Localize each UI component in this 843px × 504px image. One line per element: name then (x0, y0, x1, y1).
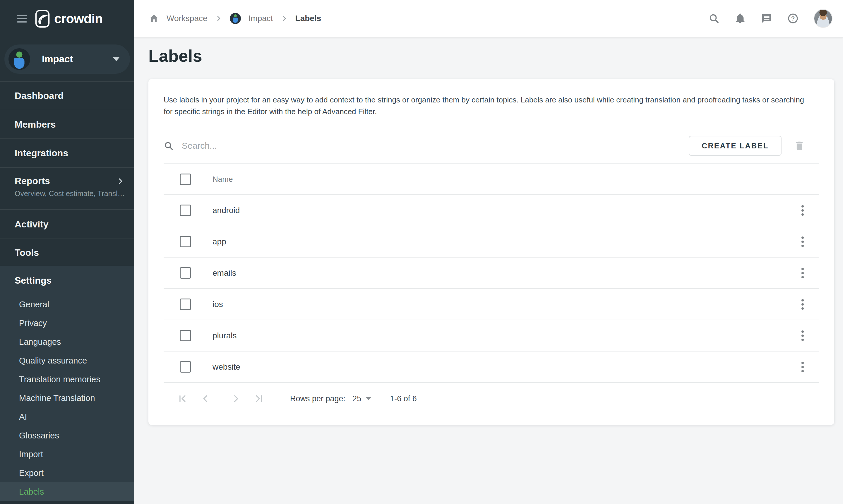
row-checkbox[interactable] (180, 330, 191, 341)
row-menu-icon[interactable] (800, 298, 806, 311)
rows-per-page-value: 25 (353, 394, 361, 403)
row-checkbox[interactable] (180, 267, 191, 278)
label-name: ios (213, 300, 800, 309)
sidebar-item-import[interactable]: Import (0, 445, 134, 464)
pagination: Rows per page: 25 1-6 of 6 (164, 383, 819, 414)
row-checkbox[interactable] (180, 361, 191, 373)
row-checkbox[interactable] (180, 204, 191, 216)
sidebar-item-general[interactable]: General (0, 295, 134, 314)
messages-chat-icon[interactable] (761, 13, 772, 24)
sidebar-item-reports[interactable]: Reports Overview, Cost estimate, Transl… (0, 168, 134, 210)
table-row: android (164, 195, 819, 226)
notifications-bell-icon[interactable] (735, 13, 746, 24)
home-icon[interactable] (149, 14, 159, 23)
labels-description: Use labels in your project for an easy w… (164, 79, 808, 118)
crowdin-logo-text: crowdin (54, 11, 103, 26)
labels-card: Use labels in your project for an easy w… (148, 79, 834, 425)
project-selector[interactable]: Impact (4, 44, 130, 74)
row-checkbox[interactable] (180, 236, 191, 247)
pagination-range: 1-6 of 6 (390, 394, 417, 403)
last-page-icon[interactable] (254, 394, 264, 403)
breadcrumb: Workspace Impact Labels (149, 13, 321, 24)
row-menu-icon[interactable] (800, 235, 806, 249)
breadcrumb-project[interactable]: Impact (249, 14, 273, 23)
sidebar-item-activity[interactable]: Activity (0, 210, 134, 239)
search-icon (164, 141, 174, 151)
sidebar-item-labels[interactable]: Labels (0, 482, 134, 501)
chevron-right-icon (281, 15, 288, 22)
sidebar-settings-section: Settings General Privacy Languages Quali… (0, 266, 134, 501)
sidebar-item-settings[interactable]: Settings (0, 266, 134, 295)
table-row: app (164, 226, 819, 257)
sidebar-item-glossaries[interactable]: Glossaries (0, 426, 134, 445)
rows-per-page-select[interactable]: 25 (353, 394, 371, 403)
sidebar-item-quality-assurance[interactable]: Quality assurance (0, 351, 134, 370)
search-field (164, 141, 689, 151)
sidebar-item-dashboard[interactable]: Dashboard (0, 82, 134, 110)
first-page-icon[interactable] (177, 394, 187, 403)
row-menu-icon[interactable] (800, 329, 806, 343)
search-input[interactable] (181, 141, 446, 151)
label-name: emails (213, 268, 800, 278)
next-page-icon[interactable] (231, 394, 241, 403)
select-all-checkbox[interactable] (180, 174, 191, 185)
project-name: Impact (42, 54, 113, 65)
chevron-down-icon (113, 57, 120, 61)
sidebar-item-integrations[interactable]: Integrations (0, 139, 134, 168)
table-row: ios (164, 289, 819, 320)
labels-toolbar: CREATE LABEL (164, 136, 819, 156)
sidebar-item-translation-memories[interactable]: Translation memories (0, 370, 134, 389)
sidebar: crowdin Impact Dashboard Members Integra… (0, 0, 134, 504)
project-avatar-icon (8, 48, 30, 70)
sidebar-item-export[interactable]: Export (0, 464, 134, 482)
label-name: app (213, 237, 800, 247)
user-avatar[interactable] (814, 9, 832, 28)
row-menu-icon[interactable] (800, 203, 806, 217)
label-name: android (213, 206, 800, 215)
breadcrumb-project-icon (230, 13, 241, 24)
topbar: Workspace Impact Labels (134, 0, 843, 37)
label-name: website (213, 362, 800, 372)
delete-trash-icon[interactable] (794, 140, 805, 151)
breadcrumb-workspace[interactable]: Workspace (166, 14, 208, 23)
sidebar-nav: Dashboard Members Integrations Reports O… (0, 81, 134, 266)
sidebar-item-members[interactable]: Members (0, 110, 134, 139)
chevron-right-icon (116, 177, 124, 185)
table-header: Name (164, 163, 819, 195)
table-row: plurals (164, 320, 819, 352)
table-row: emails (164, 257, 819, 289)
main-content: Labels Use labels in your project for an… (134, 37, 843, 504)
breadcrumb-page: Labels (295, 14, 321, 23)
sidebar-item-ai[interactable]: AI (0, 408, 134, 426)
crowdin-logo-icon (35, 10, 50, 28)
search-icon[interactable] (709, 13, 719, 24)
previous-page-icon[interactable] (200, 394, 211, 403)
sidebar-item-privacy[interactable]: Privacy (0, 314, 134, 332)
name-column-header: Name (213, 175, 233, 184)
row-checkbox[interactable] (180, 299, 191, 310)
reports-subtitle: Overview, Cost estimate, Transl… (15, 190, 126, 198)
menu-icon[interactable] (17, 15, 27, 22)
create-label-button[interactable]: CREATE LABEL (689, 136, 782, 156)
crowdin-logo[interactable]: crowdin (35, 10, 103, 28)
chevron-right-icon (215, 15, 222, 22)
rows-per-page-label: Rows per page: (290, 394, 345, 403)
help-icon[interactable]: ? (787, 13, 799, 24)
sidebar-item-machine-translation[interactable]: Machine Translation (0, 389, 134, 408)
sidebar-item-languages[interactable]: Languages (0, 332, 134, 351)
svg-text:?: ? (791, 15, 795, 22)
table-row: website (164, 352, 819, 383)
labels-table: Name android app emails (164, 163, 819, 414)
page-title: Labels (148, 46, 843, 66)
row-menu-icon[interactable] (800, 266, 806, 280)
label-name: plurals (213, 331, 800, 340)
sidebar-item-tools[interactable]: Tools (0, 239, 134, 266)
row-menu-icon[interactable] (800, 360, 806, 374)
topbar-actions: ? (709, 9, 832, 28)
sidebar-header: crowdin (0, 0, 134, 37)
dropdown-caret-icon (366, 397, 371, 400)
